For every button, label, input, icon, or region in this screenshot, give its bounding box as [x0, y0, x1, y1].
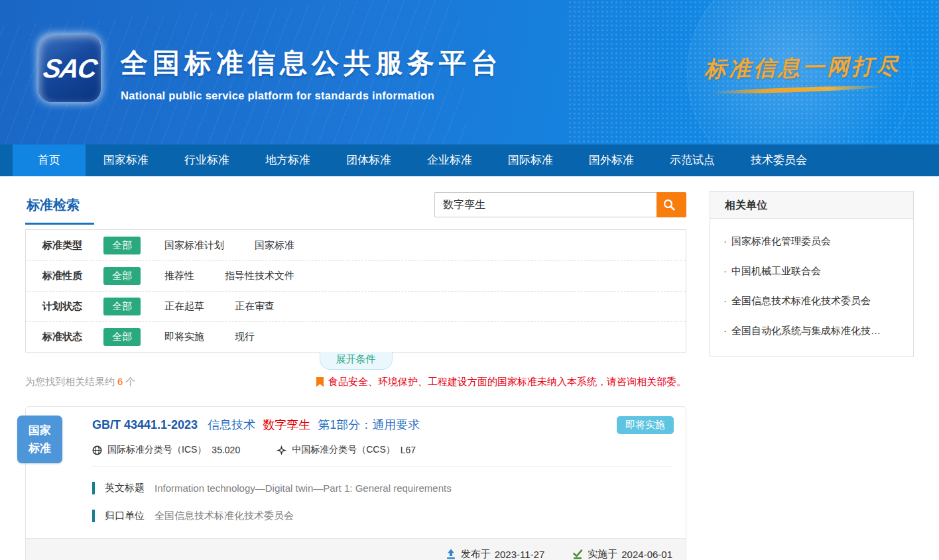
nav-tab-enterprise-standards[interactable]: 企业标准 — [409, 144, 490, 176]
filter-option[interactable]: 正在审查 — [235, 300, 275, 313]
related-units-panel: 相关单位 ·国家标准化管理委员会 ·中国机械工业联合会 ·全国信息技术标准化技术… — [710, 191, 914, 357]
filter-row-standard-nature: 标准性质 全部 推荐性 指导性技术文件 — [26, 260, 686, 291]
standard-title-post[interactable]: 第1部分：通用要求 — [318, 418, 420, 431]
result-count-number: 6 — [117, 376, 123, 387]
badge-line1: 国家 — [29, 421, 51, 439]
detail-value: 全国信息技术标准化技术委员会 — [155, 510, 294, 522]
header-slogan: 标准信息一网打尽 — [704, 51, 901, 84]
sidebar-item-automation-systems[interactable]: ·全国自动化系统与集成标准化技… — [723, 316, 901, 346]
filter-option[interactable]: 国家标准计划 — [164, 239, 224, 252]
published-date: 2023-11-27 — [495, 549, 545, 560]
sidebar-item-label: 中国机械工业联合会 — [731, 265, 821, 276]
bullet: · — [723, 295, 727, 306]
sac-logo[interactable]: SAC — [38, 34, 101, 102]
main-nav: 首页 国家标准 行业标准 地方标准 团体标准 企业标准 国际标准 国外标准 示范… — [0, 144, 939, 176]
ccs-value: L67 — [401, 445, 416, 455]
result-count-prefix: 为您找到相关结果约 — [25, 376, 115, 387]
detail-bar — [92, 510, 95, 522]
filter-all-button[interactable]: 全部 — [103, 267, 141, 285]
globe-icon — [92, 445, 102, 455]
related-units-list: ·国家标准化管理委员会 ·中国机械工业联合会 ·全国信息技术标准化技术委员会 ·… — [710, 219, 913, 357]
detail-row-english-title: 英文标题 Information technology—Digital twin… — [92, 482, 672, 494]
nav-tab-national-standards[interactable]: 国家标准 — [86, 144, 166, 176]
sidebar-item-it-standardization[interactable]: ·全国信息技术标准化技术委员会 — [723, 286, 901, 316]
nav-tab-international-standards[interactable]: 国际标准 — [490, 144, 571, 176]
standard-code[interactable]: GB/T 43441.1-2023 — [92, 418, 198, 431]
search-icon — [662, 198, 676, 211]
standard-title-pre[interactable]: 信息技术 — [208, 418, 255, 431]
sac-logo-text: SAC — [41, 54, 98, 84]
sidebar-item-label: 全国自动化系统与集成标准化技… — [731, 325, 881, 336]
filter-option[interactable]: 正在起草 — [164, 300, 204, 313]
search-input[interactable] — [434, 192, 657, 217]
filter-all-button[interactable]: 全部 — [103, 298, 141, 315]
standard-result-card: 国家 标准 即将实施 GB/T 43441.1-2023 信息技术 数字孪生 第… — [25, 406, 686, 560]
nav-tab-industry-standards[interactable]: 行业标准 — [166, 144, 247, 176]
ccs-label: 中国标准分类号（CCS） — [292, 444, 395, 456]
results-meta: 为您找到相关结果约6个 食品安全、环境保护、工程建设方面的国家标准未纳入本系统，… — [25, 376, 686, 388]
page-title: 标准检索 — [25, 191, 94, 225]
brand: SAC 全国标准信息公共服务平台 National public service… — [38, 34, 503, 102]
implemented-label: 实施于 — [588, 548, 617, 560]
filter-option[interactable]: 即将实施 — [164, 331, 204, 343]
bullet: · — [723, 325, 727, 336]
nav-tab-foreign-standards[interactable]: 国外标准 — [571, 144, 652, 176]
card-footer: 发布于 2023-11-27 实施于 2024-06-01 — [26, 538, 686, 560]
sidebar-item-label: 全国信息技术标准化技术委员会 — [731, 295, 871, 306]
ics-meta: 国际标准分类号（ICS） 35.020 — [92, 444, 240, 456]
filter-option[interactable]: 现行 — [235, 331, 255, 343]
main-content: 标准检索 标准类型 全部 国家标准计划 国家标准 — [0, 191, 939, 560]
result-count-suffix: 个 — [125, 376, 135, 387]
compass-icon — [277, 445, 286, 455]
standard-title-highlight[interactable]: 数字孪生 — [263, 418, 310, 431]
search-group — [434, 192, 686, 217]
filter-all-button[interactable]: 全部 — [103, 328, 141, 346]
detail-row-responsible-unit: 归口单位 全国信息技术标准化技术委员会 — [92, 510, 672, 522]
detail-label: 英文标题 — [105, 482, 145, 494]
nav-tab-group-standards[interactable]: 团体标准 — [328, 144, 409, 176]
site-title-en: National public service platform for sta… — [121, 89, 503, 102]
filter-option[interactable]: 推荐性 — [164, 270, 194, 282]
related-units-title: 相关单位 — [710, 192, 913, 219]
filter-label: 标准类型 — [42, 239, 103, 252]
detail-bar — [92, 482, 95, 494]
nav-tab-technical-committee[interactable]: 技术委员会 — [733, 144, 825, 176]
filter-label: 标准状态 — [42, 331, 103, 343]
implemented-date-item: 实施于 2024-06-01 — [572, 548, 672, 560]
implemented-date: 2024-06-01 — [621, 549, 672, 560]
implement-check-icon — [572, 549, 583, 559]
sidebar-item-machinery-federation[interactable]: ·中国机械工业联合会 — [723, 256, 901, 286]
filter-row-plan-status: 计划状态 全部 正在起草 正在审查 — [26, 291, 686, 321]
filter-row-standard-type: 标准类型 全部 国家标准计划 国家标准 — [26, 230, 686, 260]
nav-tab-local-standards[interactable]: 地方标准 — [247, 144, 328, 176]
standard-title-link[interactable]: GB/T 43441.1-2023 信息技术 数字孪生 第1部分：通用要求 — [92, 418, 672, 433]
published-label: 发布于 — [461, 548, 491, 560]
filter-box: 标准类型 全部 国家标准计划 国家标准 标准性质 全部 推荐性 指导性技术文件 … — [25, 229, 686, 353]
badge-line2: 标准 — [29, 439, 51, 457]
filter-option[interactable]: 指导性技术文件 — [225, 270, 294, 282]
filter-all-button[interactable]: 全部 — [103, 237, 141, 254]
detail-label: 归口单位 — [105, 510, 145, 522]
publish-upload-icon — [446, 549, 456, 559]
search-section: 标准检索 — [25, 191, 686, 225]
left-column: 标准检索 标准类型 全部 国家标准计划 国家标准 — [25, 191, 686, 560]
site-title-cn: 全国标准信息公共服务平台 — [121, 45, 503, 82]
filter-label: 标准性质 — [42, 270, 103, 282]
sidebar: 相关单位 ·国家标准化管理委员会 ·中国机械工业联合会 ·全国信息技术标准化技术… — [710, 191, 914, 560]
bookmark-icon — [316, 377, 324, 387]
national-standard-badge: 国家 标准 — [17, 416, 62, 463]
card-separator — [92, 466, 672, 467]
published-date-item: 发布于 2023-11-27 — [446, 548, 545, 560]
bullet: · — [723, 235, 727, 247]
nav-tab-pilot[interactable]: 示范试点 — [652, 144, 733, 176]
site-header: SAC 全国标准信息公共服务平台 National public service… — [0, 0, 939, 144]
expand-conditions-button[interactable]: 展开条件 — [320, 352, 393, 370]
nav-tab-home[interactable]: 首页 — [13, 144, 86, 176]
system-notice: 食品安全、环境保护、工程建设方面的国家标准未纳入本系统，请咨询相关部委。 — [316, 376, 686, 388]
search-button[interactable] — [657, 192, 686, 217]
detail-value: Information technology—Digital twin—Part… — [155, 482, 452, 494]
expand-conditions-wrap: 展开条件 — [25, 353, 686, 370]
card-body: GB/T 43441.1-2023 信息技术 数字孪生 第1部分：通用要求 — [26, 407, 686, 522]
sidebar-item-sac[interactable]: ·国家标准化管理委员会 — [723, 227, 901, 256]
filter-option[interactable]: 国家标准 — [255, 239, 294, 252]
